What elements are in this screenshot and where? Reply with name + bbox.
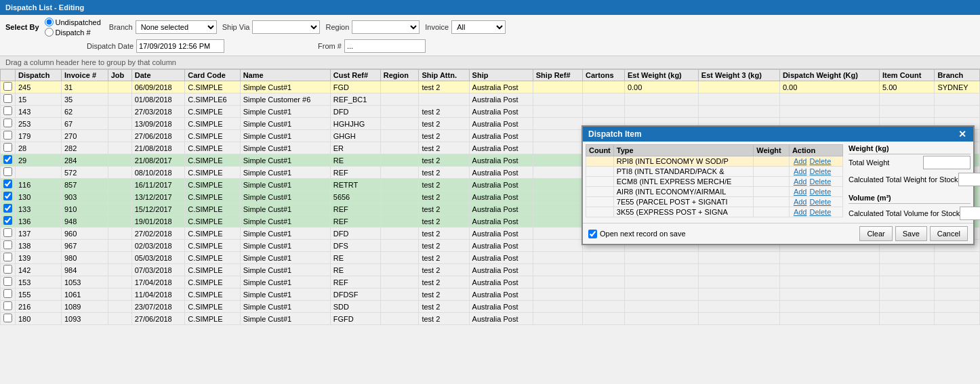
row-checkbox[interactable] [3,192,12,200]
row-checkbox[interactable] [3,167,12,176]
table-cell: DFS [330,240,380,252]
row-checkbox[interactable] [3,265,12,274]
invoice-select[interactable]: All [451,20,506,34]
row-checkbox[interactable] [3,216,12,225]
table-cell [108,264,131,276]
col-branch[interactable]: Branch [935,70,980,81]
dispatch-item-row[interactable]: ECM8 (INTL EXPRESS MERCH/EAddDelete [586,177,843,187]
from-input[interactable] [344,39,426,53]
table-row[interactable]: 153105317/04/2018C.SIMPLESimple Cust#1RE… [1,276,980,289]
dispatch-option[interactable]: Dispatch # [45,28,101,37]
col-dispweight[interactable]: Dispatch Weight (Kg) [779,70,879,81]
table-cell: 13/09/2018 [131,118,185,130]
table-row[interactable]: 1436227/03/2018C.SIMPLESimple Cust#1DFDt… [1,106,980,118]
region-select[interactable] [352,20,420,34]
dispatch-item-row[interactable]: 7E55 (PARCEL POST + SIGNATIAddDelete [586,197,843,207]
row-checkbox[interactable] [3,143,12,152]
col-estweight[interactable]: Est Weight (kg) [624,70,698,81]
row-checkbox[interactable] [3,289,12,298]
dispatch-item-row[interactable]: AIR8 (INTL ECONOMY/AIRMAILAddDelete [586,187,843,197]
table-cell [108,81,131,93]
branch-select[interactable]: None selected [136,20,217,34]
col-region[interactable]: Region [380,70,419,81]
table-cell: C.SIMPLE [185,252,240,264]
col-ship[interactable]: Ship [469,70,533,81]
row-checkbox[interactable] [3,204,12,213]
table-cell: test 2 [419,252,469,264]
col-estweight3[interactable]: Est Weight 3 (kg) [698,70,779,81]
dispatch-item-count [586,197,614,207]
col-cartons[interactable]: Cartons [582,70,624,81]
table-cell [698,264,779,276]
add-item-button[interactable]: Add [792,198,809,206]
row-checkbox[interactable] [3,82,12,91]
row-checkbox[interactable] [3,301,12,310]
row-checkbox[interactable] [3,253,12,261]
col-shipref[interactable]: Ship Ref# [533,70,582,81]
table-row[interactable]: 216108923/07/2018C.SIMPLESimple Cust#1SD… [1,301,980,313]
row-checkbox[interactable] [3,119,12,127]
row-checkbox[interactable] [3,106,12,115]
add-item-button[interactable]: Add [792,157,809,165]
table-cell [380,93,419,106]
add-item-button[interactable]: Add [792,208,809,216]
add-item-button[interactable]: Add [792,167,809,175]
table-cell: C.SIMPLE [185,264,240,276]
table-cell [533,228,582,240]
row-checkbox[interactable] [3,155,12,164]
col-invoice[interactable]: Invoice # [61,70,108,81]
delete-item-button[interactable]: Delete [808,188,832,196]
dispatch-item-type: 7E55 (PARCEL POST + SIGNATI [613,197,754,207]
col-card[interactable]: Card Code [185,70,240,81]
dispatch-item-row[interactable]: PTI8 (INTL STANDARD/PACK &AddDelete [586,167,843,177]
total-weight-row: Total Weight [849,156,971,169]
table-row[interactable]: 153501/08/2018C.SIMPLE6Simple Customer #… [1,93,980,106]
table-cell: 29 [16,154,62,167]
col-itemcount[interactable]: Item Count [879,70,934,81]
col-custref[interactable]: Cust Ref# [330,70,380,81]
delete-item-button[interactable]: Delete [808,167,832,175]
ship-via-select[interactable] [252,20,320,34]
row-checkbox[interactable] [3,314,12,322]
row-checkbox[interactable] [3,240,12,249]
dialog-close-button[interactable]: ✕ [957,129,968,140]
table-cell [779,252,879,264]
table-row[interactable]: 155106111/04/2018C.SIMPLESimple Cust#1DF… [1,289,980,301]
col-date[interactable]: Date [131,70,185,81]
footer-right: Clear Save Cancel [859,226,968,241]
row-checkbox[interactable] [3,179,12,188]
toolbar: Select By Undispatched Dispatch # Branch… [0,15,980,56]
table-row[interactable]: 2453106/09/2018C.SIMPLESimple Cust#1FGDt… [1,81,980,93]
dispatch-radio[interactable] [45,28,54,37]
dispatch-date-input[interactable] [136,39,224,53]
row-checkbox[interactable] [3,228,12,237]
delete-item-button[interactable]: Delete [808,177,832,186]
row-checkbox[interactable] [3,131,12,140]
add-item-button[interactable]: Add [792,188,809,196]
delete-item-button[interactable]: Delete [808,157,832,165]
open-next-checkbox[interactable] [588,230,597,238]
table-row[interactable]: 180109327/06/2018C.SIMPLESimple Cust#1FG… [1,313,980,325]
delete-item-button[interactable]: Delete [808,198,832,206]
undispatched-option[interactable]: Undispatched [45,18,101,26]
table-row[interactable]: 14298407/03/2018C.SIMPLESimple Cust#1REt… [1,264,980,276]
add-item-button[interactable]: Add [792,177,809,186]
save-button[interactable]: Save [895,226,927,241]
dispatch-item-row[interactable]: 3K55 (EXPRESS POST + SIGNAAddDelete [586,207,843,217]
clear-button[interactable]: Clear [859,226,892,241]
col-job[interactable]: Job [108,70,131,81]
delete-item-button[interactable]: Delete [808,208,832,216]
table-row[interactable]: 13998005/03/2018C.SIMPLESimple Cust#1REt… [1,252,980,264]
total-weight-input[interactable] [923,156,971,169]
table-cell: 216 [16,301,62,313]
col-name[interactable]: Name [240,70,330,81]
col-dispatch[interactable]: Dispatch [16,70,62,81]
row-checkbox[interactable] [3,277,12,286]
row-checkbox[interactable] [3,94,12,103]
col-shipattn[interactable]: Ship Attn. [419,70,469,81]
title-text: Dispatch List - Editing [5,3,84,12]
table-cell [533,301,582,313]
cancel-button[interactable]: Cancel [930,226,968,241]
dispatch-item-row[interactable]: RPI8 (INTL ECONOMY W SOD/PAddDelete [586,156,843,167]
undispatched-radio[interactable] [45,18,54,26]
